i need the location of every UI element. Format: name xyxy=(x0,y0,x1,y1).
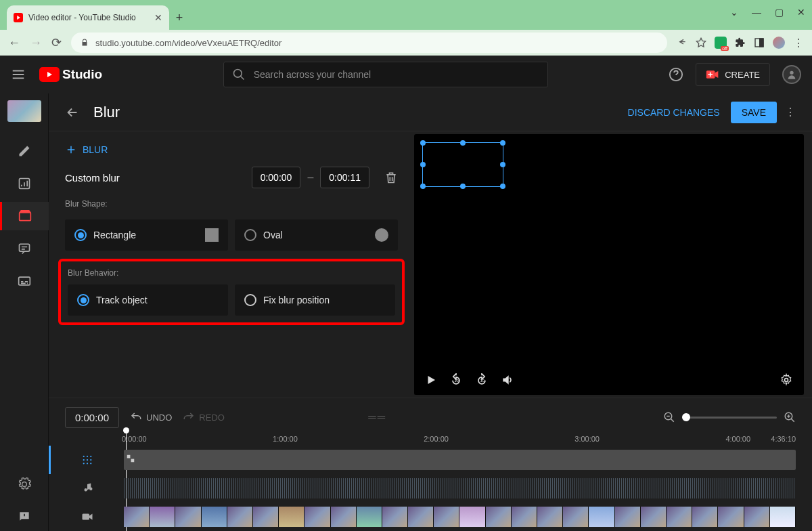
shape-section-label: Blur Shape: xyxy=(65,199,398,209)
plus-icon xyxy=(65,144,77,156)
video-preview[interactable]: 10 10 xyxy=(414,134,804,395)
radio-unchecked-icon xyxy=(244,294,256,306)
radio-checked-icon xyxy=(74,229,87,241)
time-dash: – xyxy=(307,171,313,184)
svg-point-19 xyxy=(83,459,85,461)
svg-rect-2 xyxy=(760,39,763,47)
rail-feedback-icon[interactable] xyxy=(8,503,41,531)
zoom-out-icon[interactable] xyxy=(663,411,675,423)
undo-button[interactable]: UNDO xyxy=(130,411,172,423)
chrome-menu-icon[interactable]: ⋮ xyxy=(793,37,804,49)
youtube-favicon xyxy=(14,13,23,22)
blur-track[interactable] xyxy=(49,446,812,474)
window-minimize-icon[interactable]: — xyxy=(752,7,761,18)
extension-1-icon[interactable]: off xyxy=(715,37,727,49)
shape-rect-label: Rectangle xyxy=(93,230,136,240)
behavior-track-label: Track object xyxy=(96,295,148,305)
audio-track-icon xyxy=(81,482,93,494)
window-maximize-icon[interactable]: ▢ xyxy=(775,7,784,18)
extensions-puzzle-icon[interactable] xyxy=(735,37,746,48)
svg-point-6 xyxy=(790,71,793,75)
shape-oval-option[interactable]: Oval xyxy=(235,219,398,251)
blur-region-handle[interactable] xyxy=(422,142,503,187)
rail-details-icon[interactable] xyxy=(8,137,41,165)
radio-checked-icon xyxy=(77,294,89,306)
studio-logo[interactable]: Studio xyxy=(39,67,102,82)
behavior-track-option[interactable]: Track object xyxy=(68,284,228,316)
svg-point-27 xyxy=(89,488,93,491)
svg-point-24 xyxy=(90,463,91,464)
youtube-play-icon xyxy=(39,67,60,82)
behavior-fix-label: Fix blur position xyxy=(263,295,330,305)
behavior-fix-option[interactable]: Fix blur position xyxy=(235,284,395,316)
blur-track-icon xyxy=(81,454,93,466)
discard-button[interactable]: DISCARD CHANGES xyxy=(628,107,720,118)
hamburger-menu-icon[interactable] xyxy=(11,67,26,82)
rail-comments-icon[interactable] xyxy=(8,234,41,263)
zoom-slider[interactable] xyxy=(682,417,777,419)
help-icon[interactable] xyxy=(669,67,683,82)
audio-track[interactable] xyxy=(49,474,812,503)
url-text: studio.youtube.com/video/veVxeuAETRQ/edi… xyxy=(95,38,281,48)
rail-analytics-icon[interactable] xyxy=(8,169,41,198)
search-icon xyxy=(232,68,246,81)
more-menu-icon[interactable]: ⋮ xyxy=(785,106,796,119)
nav-reload-icon[interactable]: ⟳ xyxy=(51,35,62,50)
svg-point-16 xyxy=(83,456,85,457)
delete-blur-icon[interactable] xyxy=(384,171,398,184)
new-tab-button[interactable]: + xyxy=(169,5,189,30)
shape-oval-label: Oval xyxy=(263,230,283,240)
video-track[interactable] xyxy=(49,503,812,531)
svg-point-22 xyxy=(83,463,85,464)
search-input[interactable]: Search across your channel xyxy=(223,62,548,87)
clip-handle-icon[interactable] xyxy=(126,454,135,463)
left-rail xyxy=(0,93,49,531)
svg-text:10: 10 xyxy=(480,379,485,383)
create-label: CREATE xyxy=(725,70,760,80)
panel-drag-handle-icon[interactable]: ══ xyxy=(368,411,386,423)
time-end-input[interactable]: 0:00:11 xyxy=(320,167,369,188)
window-dropdown-icon[interactable]: ⌄ xyxy=(730,7,738,18)
preview-settings-icon[interactable] xyxy=(780,373,793,387)
blur-name: Custom blur xyxy=(65,172,245,184)
add-blur-button[interactable]: BLUR xyxy=(65,144,398,156)
rail-editor-icon[interactable] xyxy=(0,202,49,230)
forward-10-icon[interactable]: 10 xyxy=(475,373,489,387)
bookmark-star-icon[interactable] xyxy=(696,37,706,48)
svg-rect-26 xyxy=(131,459,135,463)
svg-rect-8 xyxy=(20,213,31,221)
browser-tab[interactable]: Video editor - YouTube Studio ✕ xyxy=(7,5,169,30)
rail-settings-icon[interactable] xyxy=(8,470,41,498)
back-arrow-icon[interactable] xyxy=(65,105,80,120)
create-button[interactable]: CREATE xyxy=(696,63,770,86)
timeline-current-time[interactable]: 0:00:00 xyxy=(65,407,119,428)
account-avatar[interactable] xyxy=(782,65,801,84)
svg-point-13 xyxy=(785,379,788,382)
timeline-ruler[interactable]: 0:00:00 1:00:00 2:00:00 3:00:00 4:00:00 … xyxy=(49,429,812,446)
zoom-in-icon[interactable] xyxy=(784,411,796,423)
url-input[interactable]: studio.youtube.com/video/veVxeuAETRQ/edi… xyxy=(71,33,667,53)
volume-icon[interactable] xyxy=(501,373,514,387)
save-button[interactable]: SAVE xyxy=(731,102,777,123)
svg-point-18 xyxy=(90,456,91,457)
blur-side-panel: BLUR Custom blur 0:00:00 – 0:00:11 Blur … xyxy=(49,131,414,398)
play-icon[interactable] xyxy=(425,374,437,386)
shape-rectangle-option[interactable]: Rectangle xyxy=(65,219,228,251)
undo-icon xyxy=(130,411,142,423)
svg-point-17 xyxy=(87,456,88,457)
add-blur-label: BLUR xyxy=(83,144,108,155)
rewind-10-icon[interactable]: 10 xyxy=(449,373,463,387)
svg-rect-25 xyxy=(127,455,131,459)
rail-subtitles-icon[interactable] xyxy=(8,267,41,295)
page-title: Blur xyxy=(93,104,628,121)
video-thumbnail[interactable] xyxy=(7,100,41,122)
timeline: 0:00:00 UNDO REDO ══ xyxy=(49,398,812,531)
panel-icon[interactable] xyxy=(754,37,765,48)
nav-back-icon[interactable]: ← xyxy=(8,36,20,50)
tab-close-icon[interactable]: ✕ xyxy=(154,12,162,23)
profile-avatar-icon[interactable] xyxy=(773,37,785,49)
page-header: Blur DISCARD CHANGES SAVE ⋮ xyxy=(49,93,812,131)
window-close-icon[interactable]: ✕ xyxy=(797,7,805,18)
share-icon[interactable] xyxy=(677,37,687,48)
time-start-input[interactable]: 0:00:00 xyxy=(252,167,301,188)
